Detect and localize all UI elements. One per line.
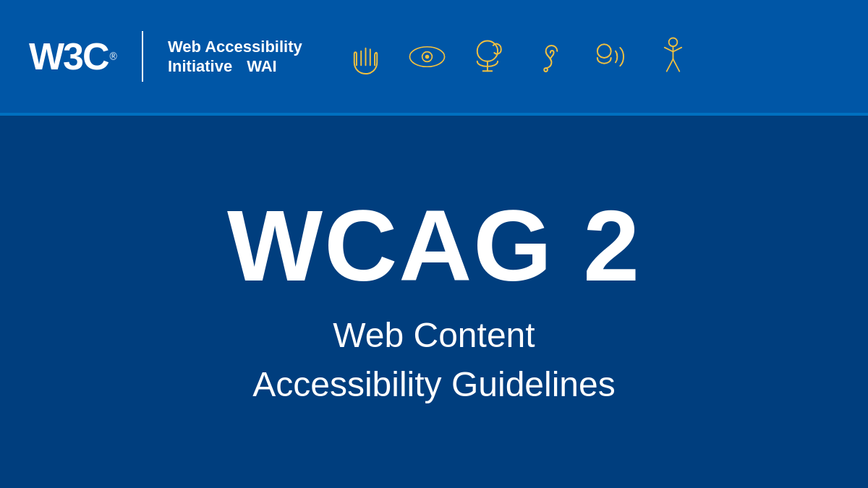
initiative-wai-row: Initiative WAI — [168, 56, 302, 77]
wcag-title: WCAG 2 — [227, 195, 641, 296]
accessibility-icons — [346, 37, 693, 77]
svg-point-6 — [544, 68, 548, 72]
speech-icon — [592, 37, 631, 77]
ear-icon — [530, 37, 570, 77]
w3c-wordmark: W3C — [29, 38, 109, 75]
svg-line-11 — [673, 47, 681, 51]
initiative-label: Initiative — [168, 56, 232, 77]
svg-line-12 — [666, 59, 673, 71]
subtitle-line1: Web Content — [333, 316, 535, 354]
mobility-icon — [653, 37, 693, 77]
svg-point-2 — [425, 54, 430, 59]
header-bar: W3C® Web Accessibility Initiative WAI — [0, 0, 868, 116]
subtitle-line2: Accessibility Guidelines — [252, 365, 616, 403]
wai-label: WAI — [247, 56, 277, 77]
svg-point-7 — [597, 44, 611, 58]
logo-area: W3C® Web Accessibility Initiative WAI — [29, 31, 302, 82]
web-accessibility-label: Web Accessibility — [168, 37, 302, 57]
wai-text-block: Web Accessibility Initiative WAI — [168, 37, 302, 77]
main-content: WCAG 2 Web Content Accessibility Guideli… — [0, 116, 868, 488]
svg-point-8 — [668, 38, 677, 46]
logo-divider — [142, 31, 143, 82]
registered-trademark: ® — [110, 51, 117, 62]
svg-line-10 — [665, 47, 673, 51]
wcag-subtitle: Web Content Accessibility Guidelines — [252, 311, 616, 408]
hand-icon — [346, 37, 386, 77]
eye-icon — [407, 37, 447, 77]
cognitive-icon — [469, 37, 509, 77]
svg-line-13 — [673, 59, 679, 71]
w3c-logo: W3C® — [29, 38, 117, 75]
